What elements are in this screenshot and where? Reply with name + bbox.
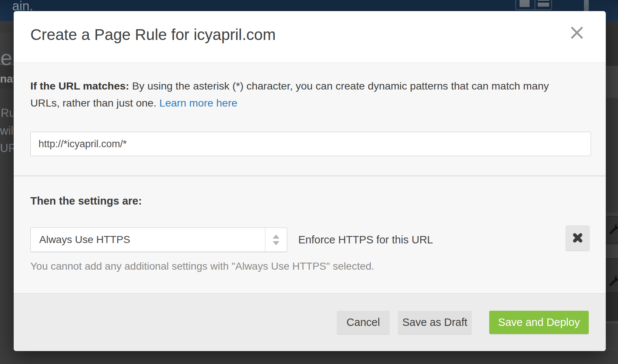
backdrop-band — [606, 323, 618, 351]
grid-view-icon — [516, 0, 535, 9]
url-match-description: If the URL matches: By using the asteris… — [30, 77, 560, 111]
select-stepper-icon[interactable] — [265, 228, 287, 252]
backdrop-band — [606, 244, 618, 258]
url-match-label: If the URL matches: — [30, 80, 129, 92]
settings-note: You cannot add any additional settings w… — [30, 260, 374, 272]
view-toggle-icon — [515, 0, 552, 10]
create-page-rule-dialog: Create a Page Rule for icyapril.com × If… — [14, 11, 606, 351]
backdrop-band — [606, 98, 618, 213]
backdrop-band — [606, 293, 618, 321]
backdrop-row-action-button — [606, 216, 618, 244]
setting-select-value: Always Use HTTPS — [39, 228, 130, 252]
backdrop-text-fragment: e — [0, 45, 12, 70]
setting-description: Enforce HTTPS for this URL — [298, 228, 433, 252]
wrench-icon — [607, 223, 618, 237]
backdrop-text-fragment: Ru — [1, 107, 16, 120]
setting-select[interactable]: Always Use HTTPS — [30, 228, 287, 252]
chevron-down-icon — [273, 241, 279, 245]
backdrop-band — [606, 66, 618, 98]
learn-more-link[interactable]: Learn more here — [159, 97, 238, 109]
close-icon[interactable]: × — [566, 19, 588, 45]
dialog-header: Create a Page Rule for icyapril.com × — [14, 11, 606, 63]
dialog-footer: Cancel Save as Draft Save and Deploy — [14, 293, 606, 351]
x-icon — [572, 232, 584, 244]
save-and-deploy-button[interactable]: Save and Deploy — [489, 311, 589, 334]
save-as-draft-button[interactable]: Save as Draft — [398, 311, 472, 334]
list-view-icon — [535, 0, 551, 9]
remove-setting-button[interactable] — [565, 225, 590, 250]
settings-heading: Then the settings are: — [30, 195, 142, 207]
dialog-title: Create a Page Rule for icyapril.com — [30, 26, 276, 44]
section-divider — [14, 175, 606, 176]
url-pattern-input[interactable] — [30, 132, 591, 156]
backdrop-band — [606, 21, 618, 66]
backdrop-band — [606, 213, 618, 216]
backdrop-row-action-button — [606, 258, 618, 293]
chevron-up-icon — [273, 235, 279, 239]
cancel-button[interactable]: Cancel — [337, 311, 390, 334]
topbar-partial-icon — [584, 0, 589, 11]
wrench-icon — [607, 274, 618, 289]
